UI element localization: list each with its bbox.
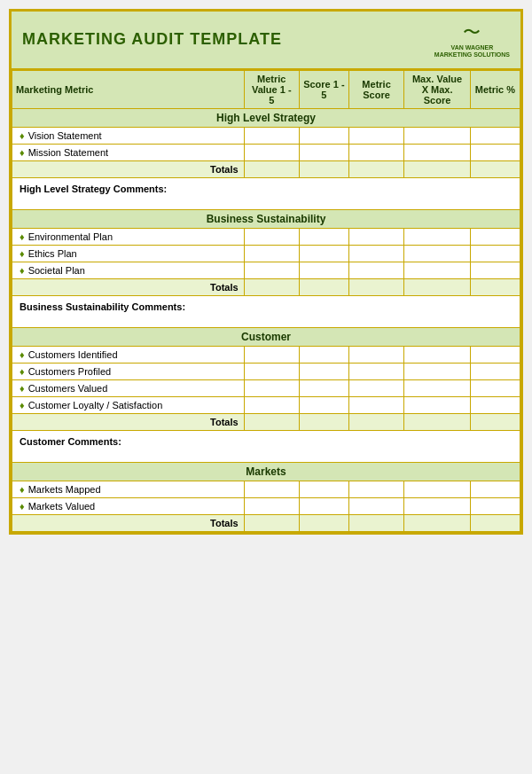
totals-input-high-level-strategy-col4[interactable] [408, 164, 466, 175]
comments-row-business-sustainability: Business Sustainability Comments: [12, 295, 520, 327]
input-business-sustainability-row0-col2[interactable] [303, 231, 345, 242]
table-row: ♦Customers Profiled [12, 363, 520, 379]
input-customer-row1-col4[interactable] [408, 366, 466, 377]
input-markets-row0-col1[interactable] [248, 484, 295, 495]
input-customer-row1-col1[interactable] [248, 366, 295, 377]
input-high-level-strategy-row0-col3[interactable] [353, 130, 400, 141]
totals-input-customer-col5[interactable] [474, 417, 516, 427]
input-customer-row0-col5[interactable] [474, 349, 516, 360]
page-header: MARKETING AUDIT TEMPLATE 〜 VAN WAGNERMAR… [12, 12, 520, 70]
input-markets-row0-col3[interactable] [353, 484, 400, 495]
totals-input-customer-col4[interactable] [408, 417, 466, 427]
input-customer-row2-col5[interactable] [474, 383, 516, 394]
totals-input-customer-col2[interactable] [303, 417, 345, 427]
totals-input-markets-col4[interactable] [408, 518, 466, 528]
table-row: ♦Markets Valued [12, 497, 520, 514]
input-high-level-strategy-row0-col1[interactable] [248, 130, 295, 141]
input-high-level-strategy-row0-col2[interactable] [303, 130, 345, 141]
input-customer-row3-col5[interactable] [474, 400, 516, 410]
totals-input-customer-col1[interactable] [248, 417, 295, 427]
input-business-sustainability-row2-col4[interactable] [408, 265, 466, 276]
totals-input-high-level-strategy-col1[interactable] [248, 164, 295, 175]
input-customer-row1-col2[interactable] [303, 366, 345, 377]
input-high-level-strategy-row1-col1[interactable] [248, 147, 295, 158]
input-customer-row2-col4[interactable] [408, 383, 466, 394]
totals-input-markets-col2[interactable] [303, 518, 345, 528]
item-label: Ethics Plan [28, 248, 77, 259]
input-customer-row0-col2[interactable] [303, 349, 345, 360]
input-customer-row3-col2[interactable] [303, 400, 345, 410]
section-header-markets: Markets [12, 462, 520, 481]
input-high-level-strategy-row1-col2[interactable] [303, 147, 345, 158]
input-business-sustainability-row0-col1[interactable] [248, 231, 295, 242]
input-business-sustainability-row0-col4[interactable] [408, 231, 466, 242]
totals-input-markets-col3[interactable] [353, 518, 400, 528]
totals-input-high-level-strategy-col2[interactable] [303, 164, 345, 175]
item-label: Customers Profiled [28, 366, 112, 377]
totals-input-business-sustainability-col2[interactable] [303, 282, 345, 293]
input-high-level-strategy-row0-col4[interactable] [408, 130, 466, 141]
bullet-icon: ♦ [20, 248, 25, 259]
table-row: ♦Mission Statement [12, 144, 520, 160]
bullet-icon: ♦ [20, 383, 25, 394]
input-markets-row1-col4[interactable] [408, 501, 466, 512]
input-customer-row3-col1[interactable] [248, 400, 295, 410]
input-customer-row3-col3[interactable] [353, 400, 400, 410]
input-business-sustainability-row2-col2[interactable] [303, 265, 345, 276]
totals-input-high-level-strategy-col3[interactable] [353, 164, 400, 175]
input-customer-row0-col3[interactable] [353, 349, 400, 360]
input-high-level-strategy-row1-col5[interactable] [474, 147, 516, 158]
input-business-sustainability-row1-col4[interactable] [408, 248, 466, 259]
totals-input-markets-col5[interactable] [474, 518, 516, 528]
bullet-icon: ♦ [20, 265, 25, 276]
section-header-high-level-strategy: High Level Strategy [12, 108, 520, 127]
input-business-sustainability-row1-col1[interactable] [248, 248, 295, 259]
item-label: Markets Valued [28, 501, 96, 512]
input-high-level-strategy-row0-col5[interactable] [474, 130, 516, 141]
input-markets-row0-col4[interactable] [408, 484, 466, 495]
totals-input-high-level-strategy-col5[interactable] [474, 164, 516, 175]
totals-input-business-sustainability-col3[interactable] [353, 282, 400, 293]
input-customer-row0-col1[interactable] [248, 349, 295, 360]
input-business-sustainability-row2-col1[interactable] [248, 265, 295, 276]
comments-label-business-sustainability: Business Sustainability Comments: [12, 295, 520, 327]
input-customer-row1-col5[interactable] [474, 366, 516, 377]
item-label: Markets Mapped [28, 484, 101, 495]
input-customer-row2-col2[interactable] [303, 383, 345, 394]
input-business-sustainability-row1-col5[interactable] [474, 248, 516, 259]
input-customer-row1-col3[interactable] [353, 366, 400, 377]
input-business-sustainability-row0-col3[interactable] [353, 231, 400, 242]
input-business-sustainability-row1-col3[interactable] [353, 248, 400, 259]
totals-input-business-sustainability-col5[interactable] [474, 282, 516, 293]
page-wrapper: MARKETING AUDIT TEMPLATE 〜 VAN WAGNERMAR… [9, 9, 523, 535]
input-customer-row2-col1[interactable] [248, 383, 295, 394]
input-high-level-strategy-row1-col4[interactable] [408, 147, 466, 158]
totals-input-business-sustainability-col4[interactable] [408, 282, 466, 293]
item-label: Vision Statement [28, 130, 102, 141]
comments-label-high-level-strategy: High Level Strategy Comments: [12, 177, 520, 209]
input-markets-row1-col1[interactable] [248, 501, 295, 512]
totals-input-customer-col3[interactable] [353, 417, 400, 427]
input-markets-row1-col5[interactable] [474, 501, 516, 512]
input-markets-row1-col3[interactable] [353, 501, 400, 512]
input-markets-row1-col2[interactable] [303, 501, 345, 512]
comments-row-high-level-strategy: High Level Strategy Comments: [12, 177, 520, 209]
table-row: ♦Customers Valued [12, 379, 520, 396]
totals-input-markets-col1[interactable] [248, 518, 295, 528]
bullet-icon: ♦ [20, 147, 25, 158]
totals-input-business-sustainability-col1[interactable] [248, 282, 295, 293]
input-markets-row0-col2[interactable] [303, 484, 345, 495]
input-customer-row3-col4[interactable] [408, 400, 466, 410]
input-markets-row0-col5[interactable] [474, 484, 516, 495]
input-business-sustainability-row2-col5[interactable] [474, 265, 516, 276]
input-business-sustainability-row1-col2[interactable] [303, 248, 345, 259]
input-high-level-strategy-row1-col3[interactable] [353, 147, 400, 158]
section-header-customer: Customer [12, 327, 520, 346]
totals-row-high-level-strategy: Totals [12, 160, 520, 177]
input-customer-row0-col4[interactable] [408, 349, 466, 360]
input-business-sustainability-row2-col3[interactable] [353, 265, 400, 276]
bullet-icon: ♦ [20, 484, 25, 495]
input-business-sustainability-row0-col5[interactable] [474, 231, 516, 242]
bullet-icon: ♦ [20, 349, 25, 360]
input-customer-row2-col3[interactable] [353, 383, 400, 394]
